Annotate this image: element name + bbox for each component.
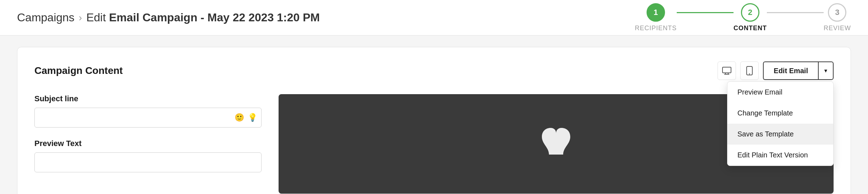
dropdown-item-preview-email[interactable]: Preview Email [727,82,833,103]
step-connector-1-2 [677,12,734,13]
step-1[interactable]: 1 RECIPIENTS [635,3,677,32]
card-header: Campaign Content [34,61,834,80]
mobile-icon [746,66,753,75]
breadcrumb-campaign-name: Email Campaign - May 22 2023 1:20 PM [109,11,320,24]
emoji-icon[interactable]: 🙂 [235,113,244,122]
subject-line-label: Subject line [34,94,262,103]
step-2-label: CONTENT [734,25,767,32]
dropdown-item-edit-plain-text[interactable]: Edit Plain Text Version [727,145,833,166]
edit-email-button-group: Edit Email ▼ Preview Email Change Templa… [763,61,834,80]
form-section: Subject line 🙂 💡 Preview Text [34,94,834,194]
header: Campaigns › Edit Email Campaign - May 22… [0,0,868,36]
edit-email-dropdown-button[interactable]: ▼ [818,61,834,80]
step-3-label: REVIEW [824,25,851,32]
breadcrumb-edit: Edit Email Campaign - May 22 2023 1:20 P… [86,11,320,24]
step-1-circle: 1 [647,3,665,22]
step-3-number: 3 [835,8,839,17]
preview-text-field-group: Preview Text [34,139,262,172]
mobile-preview-button[interactable] [740,61,759,80]
step-1-number: 1 [654,8,658,17]
dropdown-arrow-icon: ▼ [823,68,828,74]
edit-email-button[interactable]: Edit Email [763,61,818,80]
brand-logo [535,126,577,162]
step-3[interactable]: 3 REVIEW [824,3,851,32]
toolbar: Edit Email ▼ Preview Email Change Templa… [718,61,834,80]
desktop-icon [722,67,731,75]
desktop-preview-button[interactable] [718,61,736,80]
preview-text-label: Preview Text [34,139,262,148]
step-connector-2-3 [767,12,824,13]
svg-rect-0 [723,67,731,73]
card-title: Campaign Content [34,65,123,76]
preview-text-input-wrap [34,152,262,172]
step-2-circle: 2 [741,3,759,22]
main-content: Campaign Content [0,36,868,194]
ai-suggestion-icon[interactable]: 💡 [248,113,257,122]
step-2[interactable]: 2 CONTENT [734,3,767,32]
step-wizard: 1 RECIPIENTS 2 CONTENT 3 REVIEW [635,3,851,32]
subject-line-input-wrap: 🙂 💡 [34,108,262,128]
campaign-content-card: Campaign Content [17,47,851,194]
dropdown-item-change-template[interactable]: Change Template [727,103,833,124]
subject-line-icons: 🙂 💡 [235,113,257,122]
subject-line-input[interactable] [34,108,262,128]
subject-line-field-group: Subject line 🙂 💡 [34,94,262,128]
breadcrumb-separator: › [79,12,82,23]
step-2-number: 2 [748,8,752,17]
preview-text-input[interactable] [34,152,262,172]
dropdown-item-save-as-template[interactable]: Save as Template [727,124,833,145]
svg-point-5 [749,74,750,75]
step-3-circle: 3 [828,3,846,22]
breadcrumb-campaigns[interactable]: Campaigns [17,11,75,24]
breadcrumb: Campaigns › Edit Email Campaign - May 22… [17,11,320,24]
form-left: Subject line 🙂 💡 Preview Text [34,94,262,194]
breadcrumb-edit-label: Edit [86,11,106,24]
edit-email-dropdown-menu: Preview Email Change Template Save as Te… [727,81,834,166]
step-1-label: RECIPIENTS [635,25,677,32]
